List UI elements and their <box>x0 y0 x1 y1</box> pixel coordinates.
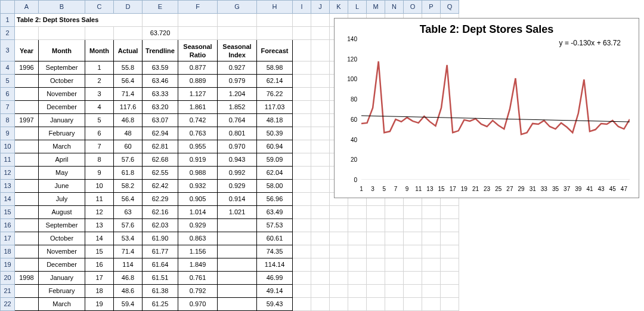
cell-I14[interactable] <box>293 193 311 206</box>
row-header-11[interactable]: 11 <box>1 153 15 167</box>
cell-D20[interactable]: 46.8 <box>114 272 143 285</box>
cell-M17[interactable] <box>367 232 385 245</box>
cell-O18[interactable] <box>404 245 422 258</box>
cell-B4[interactable]: September <box>39 61 85 75</box>
cell-B3[interactable]: Month <box>39 40 85 61</box>
cell-B9[interactable]: February <box>39 127 85 140</box>
cell-F10[interactable]: 0.955 <box>178 140 218 153</box>
cell-E6[interactable]: 63.33 <box>143 88 178 101</box>
row-header-19[interactable]: 19 <box>1 258 15 272</box>
cell-G13[interactable]: 0.929 <box>218 180 257 193</box>
cell-I11[interactable] <box>293 153 311 167</box>
cell-A20[interactable]: 1998 <box>15 272 39 285</box>
cell-Q18[interactable] <box>441 245 459 258</box>
column-header-Q[interactable]: Q <box>441 1 459 14</box>
cell-F9[interactable]: 0.763 <box>178 127 218 140</box>
cell-B14[interactable]: July <box>39 193 85 206</box>
cell-J16[interactable] <box>311 219 330 232</box>
cell-D10[interactable]: 60 <box>114 140 143 153</box>
cell-E17[interactable]: 61.90 <box>143 232 178 245</box>
cell-E21[interactable]: 61.38 <box>143 285 178 298</box>
cell-F17[interactable]: 0.863 <box>178 232 218 245</box>
cell-F3[interactable]: Seasonal Ratio <box>178 40 218 61</box>
cell-M18[interactable] <box>367 245 385 258</box>
column-header-F[interactable]: F <box>178 1 218 14</box>
cell-Q16[interactable] <box>441 219 459 232</box>
cell-B21[interactable]: February <box>39 285 85 298</box>
cell-N19[interactable] <box>385 258 404 272</box>
cell-F5[interactable]: 0.889 <box>178 75 218 88</box>
cell-M15[interactable] <box>367 206 385 219</box>
row-header-22[interactable]: 22 <box>1 298 15 311</box>
cell-J4[interactable] <box>311 61 330 75</box>
row-header-9[interactable]: 9 <box>1 127 15 140</box>
cell-A2[interactable] <box>15 27 39 40</box>
cell-E8[interactable]: 63.07 <box>143 114 178 127</box>
cell-J22[interactable] <box>311 298 330 311</box>
cell-G16[interactable] <box>218 219 257 232</box>
cell-F13[interactable]: 0.932 <box>178 180 218 193</box>
cell-O15[interactable] <box>404 206 422 219</box>
cell-N15[interactable] <box>385 206 404 219</box>
cell-C8[interactable]: 5 <box>85 114 114 127</box>
cell-G21[interactable] <box>218 285 257 298</box>
cell-H15[interactable]: 63.49 <box>257 206 293 219</box>
cell-C14[interactable]: 11 <box>85 193 114 206</box>
column-header-A[interactable]: A <box>15 1 39 14</box>
cell-E9[interactable]: 62.94 <box>143 127 178 140</box>
cell-D17[interactable]: 53.4 <box>114 232 143 245</box>
cell-G19[interactable] <box>218 258 257 272</box>
cell-H1[interactable] <box>257 14 293 27</box>
cell-C3[interactable]: Month <box>85 40 114 61</box>
cell-C21[interactable]: 18 <box>85 285 114 298</box>
cell-H18[interactable]: 74.35 <box>257 245 293 258</box>
cell-A6[interactable] <box>15 88 39 101</box>
cell-G2[interactable] <box>218 27 257 40</box>
row-header-20[interactable]: 20 <box>1 272 15 285</box>
cell-E16[interactable]: 62.03 <box>143 219 178 232</box>
row-header-13[interactable]: 13 <box>1 180 15 193</box>
cell-H10[interactable]: 60.94 <box>257 140 293 153</box>
cell-C15[interactable]: 12 <box>85 206 114 219</box>
cell-I4[interactable] <box>293 61 311 75</box>
column-header-N[interactable]: N <box>385 1 404 14</box>
cell-B8[interactable]: January <box>39 114 85 127</box>
cell-E10[interactable]: 62.81 <box>143 140 178 153</box>
cell-L21[interactable] <box>348 285 367 298</box>
cell-D19[interactable]: 114 <box>114 258 143 272</box>
cell-B20[interactable]: January <box>39 272 85 285</box>
cell-P15[interactable] <box>422 206 441 219</box>
cell-F11[interactable]: 0.919 <box>178 153 218 167</box>
cell-H17[interactable]: 60.61 <box>257 232 293 245</box>
cell-A11[interactable] <box>15 153 39 167</box>
cell-C18[interactable]: 15 <box>85 245 114 258</box>
cell-Q22[interactable] <box>441 298 459 311</box>
row-header-16[interactable]: 16 <box>1 219 15 232</box>
cell-F4[interactable]: 0.877 <box>178 61 218 75</box>
cell-D21[interactable]: 48.6 <box>114 285 143 298</box>
cell-E20[interactable]: 61.51 <box>143 272 178 285</box>
cell-I5[interactable] <box>293 75 311 88</box>
cell-F19[interactable]: 1.849 <box>178 258 218 272</box>
cell-E4[interactable]: 63.59 <box>143 61 178 75</box>
cell-I3[interactable] <box>293 40 311 61</box>
cell-N20[interactable] <box>385 272 404 285</box>
cell-E11[interactable]: 62.68 <box>143 153 178 167</box>
cell-I8[interactable] <box>293 114 311 127</box>
cell-C16[interactable]: 13 <box>85 219 114 232</box>
cell-J13[interactable] <box>311 180 330 193</box>
cell-G5[interactable]: 0.979 <box>218 75 257 88</box>
cell-C2[interactable] <box>85 27 114 40</box>
cell-K18[interactable] <box>330 245 348 258</box>
column-header-J[interactable]: J <box>311 1 330 14</box>
cell-C10[interactable]: 7 <box>85 140 114 153</box>
cell-D15[interactable]: 63 <box>114 206 143 219</box>
cell-I1[interactable] <box>293 14 311 27</box>
row-header-3[interactable]: 3 <box>1 40 15 61</box>
cell-C9[interactable]: 6 <box>85 127 114 140</box>
cell-D4[interactable]: 55.8 <box>114 61 143 75</box>
cell-K17[interactable] <box>330 232 348 245</box>
cell-D16[interactable]: 57.6 <box>114 219 143 232</box>
cell-I16[interactable] <box>293 219 311 232</box>
cell-A21[interactable] <box>15 285 39 298</box>
